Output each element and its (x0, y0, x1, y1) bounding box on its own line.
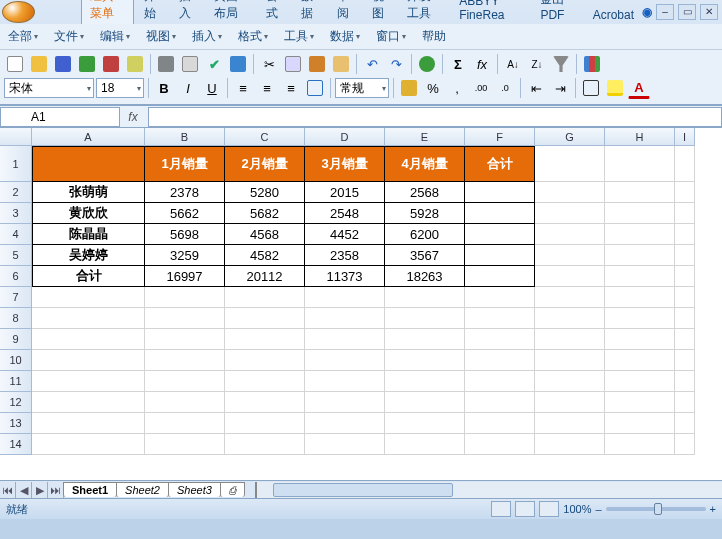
ribbon-tab[interactable]: 插入 (171, 0, 204, 24)
cell[interactable] (145, 392, 225, 413)
column-header[interactable]: A (32, 128, 145, 146)
cell[interactable]: 张萌萌 (32, 182, 145, 203)
cell[interactable] (465, 203, 535, 224)
zoom-out-icon[interactable]: – (595, 503, 601, 515)
copy-icon[interactable] (282, 53, 304, 75)
cell[interactable] (385, 308, 465, 329)
cell[interactable] (385, 434, 465, 455)
cell[interactable] (535, 224, 605, 245)
cell[interactable] (675, 224, 695, 245)
cell[interactable] (305, 329, 385, 350)
menu-insert[interactable]: 插入▾ (188, 26, 226, 47)
cell[interactable] (465, 329, 535, 350)
horizontal-scrollbar[interactable] (255, 482, 722, 498)
ribbon-tab[interactable]: 开发工具 (399, 0, 449, 24)
cell[interactable] (605, 245, 675, 266)
cell[interactable] (675, 413, 695, 434)
column-header[interactable]: E (385, 128, 465, 146)
cell[interactable]: 5662 (145, 203, 225, 224)
cell[interactable] (675, 287, 695, 308)
column-header[interactable]: H (605, 128, 675, 146)
cell[interactable]: 11373 (305, 266, 385, 287)
cell[interactable] (145, 287, 225, 308)
cell[interactable] (465, 371, 535, 392)
cell[interactable] (465, 350, 535, 371)
cell[interactable] (605, 392, 675, 413)
cell[interactable] (605, 146, 675, 182)
ribbon-tab[interactable]: 经典菜单 (81, 0, 133, 24)
column-header[interactable]: G (535, 128, 605, 146)
row-header[interactable]: 4 (0, 224, 32, 245)
cell[interactable] (305, 287, 385, 308)
menu-format[interactable]: 格式▾ (234, 26, 272, 47)
cell[interactable] (675, 371, 695, 392)
cell[interactable]: 2378 (145, 182, 225, 203)
cell[interactable]: 20112 (225, 266, 305, 287)
mail-icon[interactable] (124, 53, 146, 75)
italic-button[interactable]: I (177, 77, 199, 99)
row-header[interactable]: 12 (0, 392, 32, 413)
column-header[interactable]: I (675, 128, 695, 146)
cell[interactable]: 1月销量 (145, 146, 225, 182)
cell[interactable] (535, 371, 605, 392)
cell[interactable] (675, 245, 695, 266)
fill-color-icon[interactable] (604, 77, 626, 99)
cell[interactable] (385, 287, 465, 308)
sheet-tab[interactable]: Sheet1 (63, 482, 117, 497)
insert-sheet-icon[interactable]: ⎙ (220, 482, 245, 497)
cell[interactable] (225, 308, 305, 329)
cell[interactable]: 吴婷婷 (32, 245, 145, 266)
cell[interactable] (535, 434, 605, 455)
cell[interactable] (535, 350, 605, 371)
sheet-nav-prev[interactable]: ◀ (16, 482, 32, 498)
menu-view[interactable]: 视图▾ (142, 26, 180, 47)
cut-icon[interactable]: ✂ (258, 53, 280, 75)
decrease-decimal-icon[interactable]: .0 (494, 77, 516, 99)
ribbon-tab[interactable]: 视图 (364, 0, 397, 24)
decrease-indent-icon[interactable]: ⇤ (525, 77, 547, 99)
ribbon-tab[interactable]: 开始 (136, 0, 169, 24)
ribbon-tab[interactable]: 数据 (293, 0, 326, 24)
underline-button[interactable]: U (201, 77, 223, 99)
zoom-slider[interactable] (606, 507, 706, 511)
cell[interactable] (605, 371, 675, 392)
new-icon[interactable] (4, 53, 26, 75)
cell[interactable] (605, 329, 675, 350)
column-header[interactable]: F (465, 128, 535, 146)
cell[interactable] (535, 329, 605, 350)
font-name-combo[interactable]: 宋体▾ (4, 78, 94, 98)
currency-icon[interactable] (398, 77, 420, 99)
cell[interactable] (225, 287, 305, 308)
cell[interactable] (305, 413, 385, 434)
cell[interactable] (675, 308, 695, 329)
insert-function-icon[interactable]: fx (120, 110, 146, 124)
row-header[interactable]: 7 (0, 287, 32, 308)
research-icon[interactable] (227, 53, 249, 75)
cell[interactable] (305, 308, 385, 329)
cell[interactable] (605, 224, 675, 245)
menu-file[interactable]: 文件▾ (50, 26, 88, 47)
increase-indent-icon[interactable]: ⇥ (549, 77, 571, 99)
sheet-nav-first[interactable]: ⏮ (0, 482, 16, 498)
cell[interactable]: 合计 (465, 146, 535, 182)
cell[interactable] (465, 224, 535, 245)
restore-button[interactable]: ▭ (678, 4, 696, 20)
row-header[interactable]: 5 (0, 245, 32, 266)
cell[interactable] (145, 413, 225, 434)
menu-data[interactable]: 数据▾ (326, 26, 364, 47)
cell[interactable] (145, 329, 225, 350)
close-button[interactable]: ✕ (700, 4, 718, 20)
cell[interactable] (32, 287, 145, 308)
percent-icon[interactable]: % (422, 77, 444, 99)
open-icon[interactable] (28, 53, 50, 75)
cell[interactable] (385, 413, 465, 434)
permission-icon[interactable] (100, 53, 122, 75)
cell[interactable] (535, 146, 605, 182)
cell[interactable] (675, 350, 695, 371)
cell[interactable] (535, 182, 605, 203)
chart-icon[interactable] (581, 53, 603, 75)
cell[interactable] (145, 371, 225, 392)
cell[interactable] (465, 413, 535, 434)
borders-icon[interactable] (580, 77, 602, 99)
cell[interactable] (605, 182, 675, 203)
